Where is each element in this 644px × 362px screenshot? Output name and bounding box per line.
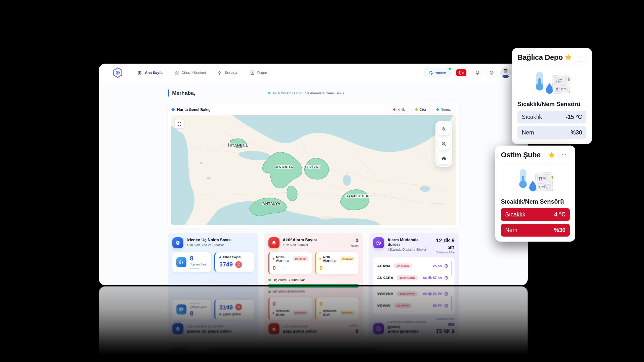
turkey-flag-icon [456, 69, 466, 76]
region-label-yozgat: YOZGAT [304, 165, 320, 169]
blue-dot [219, 256, 221, 258]
zoom-in-icon [441, 127, 446, 132]
more-options-button[interactable]: ⋯ [558, 151, 570, 159]
legend-label: Kritik [397, 108, 405, 111]
diamond-icon [171, 107, 175, 111]
system-status: Anlık Sistem Durumu Ve Alarmlara Genel B… [268, 91, 344, 95]
small-clock-icon [444, 276, 449, 280]
sensor-card-baglica-depo[interactable]: Bağlıca Depo ⋯ Sıcaklık/Nem Sensörü Sıca… [512, 48, 592, 144]
zoom-in-button[interactable] [438, 123, 450, 135]
window-reflection: Ana Sayfa Cihaz Yönetimi Senaryo [99, 286, 528, 355]
sensor-illustration [517, 67, 586, 100]
card-title: İzlenen Uç Nokta Sayısı [187, 237, 232, 242]
zoom-out-button[interactable] [438, 138, 450, 150]
app-window: Ana Sayfa Cihaz Yönetimi Senaryo [99, 64, 528, 285]
notifications-button[interactable] [472, 67, 483, 78]
medium-details-button[interactable]: Detaylar [339, 256, 355, 261]
favorite-star-icon[interactable] [548, 151, 556, 159]
region-label-istanbul: İSTANBUL [228, 143, 248, 147]
region-ankara-south[interactable] [287, 186, 297, 201]
nav-label: Ana Sayfa [145, 71, 163, 75]
language-button[interactable] [454, 68, 469, 78]
temperature-row-alert: Sıcaklık 4 °C [501, 208, 570, 221]
sensor-type-label: Sıcaklık/Nem Sensörü [517, 101, 586, 108]
list-scrollbar[interactable] [451, 261, 452, 276]
help-button[interactable]: Yardım [424, 68, 451, 77]
nav-item-cihaz-yonetimi[interactable]: Cihaz Yönetimi [174, 70, 206, 75]
legend-orta[interactable]: Orta [412, 105, 430, 114]
critical-details-button[interactable]: Detaylar [293, 256, 308, 261]
red-dot [273, 258, 274, 260]
clock-icon [373, 237, 384, 248]
alarm-count-badge: 4929 Alarm [396, 275, 418, 280]
response-list: ADANA 72 Alarm 25 sn ANKARA 4929 Alarm 4… [373, 257, 455, 285]
device-count-box: Cihaz Sayısı 3749 10 [214, 252, 254, 272]
settings-button[interactable] [486, 67, 497, 78]
sensor-illustration [501, 164, 570, 198]
response-time: 25 sn [433, 264, 442, 268]
card-subtitle: Tüm Aktif Alarmlar [283, 243, 317, 247]
average-label: Ortalama Süre [431, 251, 455, 254]
nav-label: Rapor [257, 71, 267, 75]
turkey-map[interactable]: İSTANBUL ANKARA YOZGAT ANTALYA ŞANLIURFA [171, 115, 456, 225]
gear-icon [489, 70, 494, 75]
alarms-total-label: Toplam [349, 244, 358, 247]
avatar [500, 67, 511, 78]
main-nav: Ana Sayfa Cihaz Yönetimi Senaryo [138, 70, 267, 75]
map-title: Harita Genel Bakış [177, 107, 211, 112]
device-label: Cihaz Sayısı [223, 255, 241, 259]
online-dot [449, 68, 451, 70]
critical-alarms-box: Kritik Alarmlar Detaylar 0 [268, 252, 312, 274]
zoom-out-icon [441, 141, 446, 146]
help-label: Yardım [435, 71, 446, 75]
alarms-card: Aktif Alarm Sayısı Tüm Aktif Alarmlar 0 … [264, 233, 363, 285]
bell-icon [475, 70, 480, 75]
nav-label: Cihaz Yönetimi [181, 71, 206, 75]
legend-dot-orange [415, 108, 418, 111]
navbar-right: Yardım [424, 67, 521, 78]
humidity-row: Nem %30 [517, 126, 586, 139]
divider [517, 66, 586, 66]
legend-kritik[interactable]: Kritik [389, 105, 409, 114]
grid-icon [174, 70, 179, 75]
temperature-value: 4 °C [554, 211, 566, 218]
card-title: Alarm Müdahale Süresi [387, 237, 427, 247]
device-badge: 10 [235, 261, 242, 268]
favorite-star-icon[interactable] [564, 53, 572, 61]
no-alarm-message: Hiç Alarm Bulunmuyor [273, 278, 305, 282]
dashboard-content: Merhaba, Anlık Sistem Durumu Ve Alarmlar… [168, 82, 459, 285]
city-name: ADANA [377, 264, 391, 268]
nav-label: Senaryo [225, 71, 238, 75]
map-home-button[interactable] [438, 152, 450, 164]
app-logo[interactable] [112, 67, 124, 78]
humidity-value: %30 [554, 227, 566, 234]
medium-label: Orta Alarmlar [323, 255, 337, 262]
nav-item-rapor[interactable]: Rapor [250, 70, 267, 75]
greeting-title: Merhaba, [172, 90, 195, 96]
map-canvas: İSTANBUL ANKARA YOZGAT ANTALYA ŞANLIURFA [171, 115, 456, 225]
region-sanliurfa[interactable] [341, 190, 369, 210]
nav-item-ana-sayfa[interactable]: Ana Sayfa [138, 70, 163, 75]
sensor-card-ostim-sube[interactable]: Ostim Şube ⋯ Sıcaklık/Nem Sensörü Sıcakl… [495, 146, 575, 242]
building-icon [176, 257, 186, 267]
temperature-label: Sıcaklık [505, 211, 526, 218]
legend-label: Orta [420, 108, 426, 111]
legend-normal[interactable]: Normal [433, 105, 455, 114]
response-time: 44 dk 57 sn [423, 276, 442, 280]
map-legend: Kritik Orta Normal [389, 105, 455, 114]
temperature-label: Sıcaklık [522, 114, 542, 120]
fullscreen-button[interactable] [175, 119, 184, 128]
building-label: Toplam Bina [190, 263, 207, 266]
fullscreen-icon [177, 122, 182, 126]
average-response: 12 dk 9 sn [431, 237, 455, 250]
alarms-total: 0 [349, 237, 358, 244]
humidity-value: %30 [571, 129, 582, 136]
sensor-type-label: Sıcaklık/Nem Sensörü [501, 198, 570, 205]
alarm-bell-icon [268, 237, 279, 248]
status-text: Anlık Sistem Durumu Ve Alarmlara Genel B… [272, 91, 344, 95]
more-options-button[interactable]: ⋯ [575, 53, 586, 62]
accent-bar [168, 89, 169, 97]
medium-value: 0 [319, 265, 355, 271]
decor-line [190, 268, 199, 269]
nav-item-senaryo[interactable]: Senaryo [217, 70, 238, 75]
